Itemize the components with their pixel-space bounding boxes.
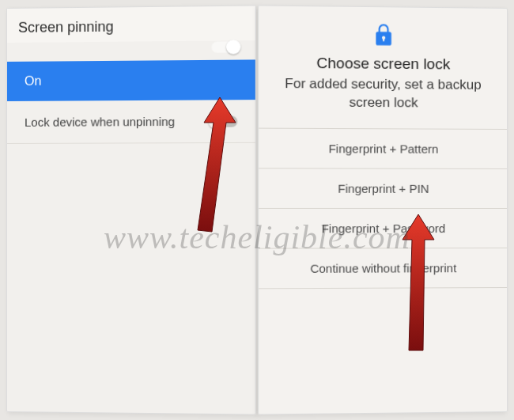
lock-icon: [259, 22, 507, 51]
option-continue-without-fingerprint[interactable]: Continue without fingerprint: [259, 248, 507, 289]
option-fingerprint-pin[interactable]: Fingerprint + PIN: [259, 168, 507, 208]
lock-device-when-unpinning-row[interactable]: Lock device when unpinning: [7, 100, 255, 144]
screen-lock-title: Choose screen lock: [259, 54, 507, 74]
lock-device-toggle[interactable]: [210, 115, 238, 127]
option-fingerprint-pattern[interactable]: Fingerprint + Pattern: [259, 127, 507, 168]
page-title: Screen pinning: [7, 6, 255, 43]
toggle-switch-icon: [212, 41, 240, 52]
screen-pinning-settings: Screen pinning On Lock device when unpin…: [6, 5, 256, 414]
state-banner: On: [7, 59, 255, 101]
choose-screen-lock: Choose screen lock For added security, s…: [258, 5, 508, 414]
screen-pinning-master-toggle[interactable]: [212, 41, 240, 56]
option-fingerprint-password[interactable]: Fingerprint + Password: [259, 208, 507, 248]
screen-lock-subtitle: For added security, set a backup screen …: [259, 75, 507, 129]
setting-label: Lock device when unpinning: [25, 115, 175, 129]
